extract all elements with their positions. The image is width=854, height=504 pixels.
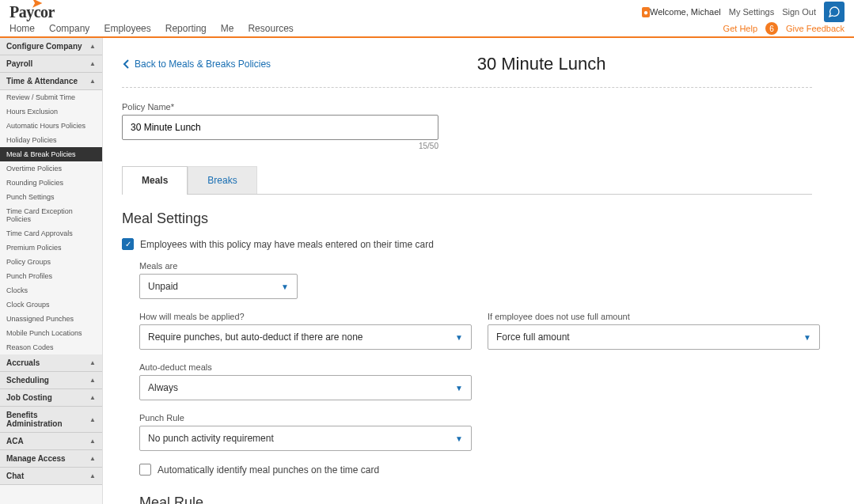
char-count: 15/50: [122, 142, 438, 150]
nav-item-me[interactable]: Me: [221, 23, 234, 34]
sidebar-item-reason-codes[interactable]: Reason Codes: [0, 340, 102, 354]
back-link-text: Back to Meals & Breaks Policies: [135, 59, 271, 70]
sidebar-item-review-submit-time[interactable]: Review / Submit Time: [0, 90, 102, 104]
policy-name-input[interactable]: [122, 115, 438, 140]
give-feedback-link[interactable]: Give Feedback: [786, 24, 845, 33]
back-link[interactable]: Back to Meals & Breaks Policies: [122, 59, 271, 70]
nav-item-resources[interactable]: Resources: [248, 23, 293, 34]
my-settings-link[interactable]: My Settings: [729, 7, 774, 17]
sidebar-section-job-costing[interactable]: Job Costing▲: [0, 389, 102, 407]
meals-are-value: Unpaid: [148, 281, 178, 292]
sidebar-section-label: Chat: [6, 472, 24, 480]
caret-icon: ▲: [89, 60, 96, 67]
auto-identify-checkbox[interactable]: [139, 464, 151, 476]
sidebar-item-automatic-hours-policies[interactable]: Automatic Hours Policies: [0, 119, 102, 133]
sidebar-section-label: Benefits Administration: [6, 411, 89, 428]
nav-item-home[interactable]: Home: [9, 23, 35, 34]
sidebar-item-unassigned-punches[interactable]: Unassigned Punches: [0, 312, 102, 326]
caret-icon: ▲: [89, 78, 96, 85]
nav-item-company[interactable]: Company: [49, 23, 89, 34]
sidebar-item-punch-profiles[interactable]: Punch Profiles: [0, 269, 102, 283]
welcome-text: Welcome,: [650, 7, 689, 17]
meals-are-label: Meals are: [139, 261, 812, 271]
sidebar-item-holiday-policies[interactable]: Holiday Policies: [0, 133, 102, 147]
auto-identify-row: Automatically identify meal punches on t…: [139, 464, 812, 476]
punch-rule-dropdown[interactable]: No punch activity requirement ▼: [139, 426, 472, 451]
tabs: MealsBreaks: [122, 166, 812, 195]
if-not-full-col: If employee does not use full amount For…: [488, 312, 820, 350]
punch-rule-value: No punch activity requirement: [148, 433, 274, 444]
help-count-badge[interactable]: 6: [765, 22, 778, 35]
how-applied-value: Require punches, but auto-deduct if ther…: [148, 332, 363, 343]
sidebar-item-mobile-punch-locations[interactable]: Mobile Punch Locations: [0, 326, 102, 340]
sidebar-section-benefits-administration[interactable]: Benefits Administration▲: [0, 407, 102, 433]
chevron-down-icon: ▼: [455, 384, 463, 392]
sidebar-item-clocks[interactable]: Clocks: [0, 283, 102, 297]
how-applied-dropdown[interactable]: Require punches, but auto-deduct if ther…: [139, 324, 472, 350]
meals-enabled-row: ✓ Employees with this policy may have me…: [122, 238, 812, 250]
punch-rule-group: Punch Rule No punch activity requirement…: [139, 413, 812, 451]
welcome-area: ●Welcome, Michael: [642, 7, 721, 17]
sidebar-section-aca[interactable]: ACA▲: [0, 433, 102, 450]
if-not-full-label: If employee does not use full amount: [488, 312, 820, 321]
sidebar-section-label: Accruals: [6, 358, 40, 367]
sidebar-item-meal-break-policies[interactable]: Meal & Break Policies: [0, 147, 102, 161]
sidebar-item-time-card-approvals[interactable]: Time Card Approvals: [0, 226, 102, 241]
caret-icon: ▲: [89, 394, 96, 401]
sidebar-section-chat[interactable]: Chat▲: [0, 468, 102, 485]
sidebar-section-payroll[interactable]: Payroll▲: [0, 55, 102, 73]
logo[interactable]: ➤ Paycor: [9, 3, 55, 21]
nav-item-employees[interactable]: Employees: [104, 23, 150, 34]
content: Back to Meals & Breaks Policies 30 Minut…: [103, 38, 831, 504]
sidebar-section-label: Configure Company: [6, 42, 82, 51]
if-not-full-dropdown[interactable]: Force full amount ▼: [488, 324, 820, 350]
nav-item-reporting[interactable]: Reporting: [165, 23, 207, 34]
how-applied-col: How will meals be applied? Require punch…: [139, 312, 472, 350]
sidebar-section-manage-access[interactable]: Manage Access▲: [0, 450, 102, 468]
sidebar-item-hours-exclusion[interactable]: Hours Exclusion: [0, 104, 102, 119]
caret-icon: ▲: [89, 416, 96, 423]
sidebar-section-label: Payroll: [6, 59, 32, 68]
sidebar-item-overtime-policies[interactable]: Overtime Policies: [0, 161, 102, 176]
nav-left: HomeCompanyEmployeesReportingMeResources: [9, 23, 294, 34]
sidebar-section-label: ACA: [6, 437, 24, 445]
tab-breaks[interactable]: Breaks: [188, 166, 256, 194]
apply-row: How will meals be applied? Require punch…: [139, 312, 812, 350]
sidebar-section-label: Manage Access: [6, 454, 66, 463]
meals-enabled-label: Employees with this policy may have meal…: [140, 239, 434, 250]
meals-enabled-checkbox[interactable]: ✓: [122, 238, 134, 250]
auto-identify-label: Automatically identify meal punches on t…: [158, 464, 379, 476]
sidebar-item-clock-groups[interactable]: Clock Groups: [0, 297, 102, 312]
punch-rule-label: Punch Rule: [139, 413, 812, 423]
sidebar-section-accruals[interactable]: Accruals▲: [0, 354, 102, 372]
sidebar-section-scheduling[interactable]: Scheduling▲: [0, 372, 102, 389]
meal-form: Meals are Unpaid ▼ How will meals be app…: [139, 261, 812, 504]
sidebar-section-configure-company[interactable]: Configure Company▲: [0, 38, 102, 55]
caret-icon: ▲: [89, 377, 96, 384]
sidebar-section-time-attendance[interactable]: Time & Attendance▲: [0, 73, 102, 90]
sidebar-item-punch-settings[interactable]: Punch Settings: [0, 190, 102, 204]
nav-right: Get Help 6 Give Feedback: [723, 22, 845, 35]
get-help-link[interactable]: Get Help: [723, 24, 757, 33]
meals-are-dropdown[interactable]: Unpaid ▼: [139, 274, 298, 299]
top-header: ➤ Paycor ●Welcome, Michael My Settings S…: [0, 0, 854, 21]
sidebar-item-policy-groups[interactable]: Policy Groups: [0, 255, 102, 269]
caret-icon: ▲: [89, 359, 96, 366]
sidebar-item-rounding-policies[interactable]: Rounding Policies: [0, 176, 102, 190]
auto-deduct-dropdown[interactable]: Always ▼: [139, 375, 472, 400]
tab-meals[interactable]: Meals: [122, 166, 188, 195]
sign-out-link[interactable]: Sign Out: [782, 7, 816, 17]
divider: [122, 87, 812, 88]
sidebar-item-premium-policies[interactable]: Premium Policies: [0, 241, 102, 255]
caret-icon: ▲: [89, 43, 96, 50]
user-badge-icon: ●: [642, 7, 650, 17]
chat-icon[interactable]: [824, 2, 845, 22]
chevron-down-icon: ▼: [803, 333, 811, 342]
caret-icon: ▲: [89, 472, 96, 479]
policy-name-label: Policy Name*: [122, 102, 812, 112]
auto-deduct-group: Auto-deduct meals Always ▼: [139, 362, 812, 400]
how-applied-label: How will meals be applied?: [139, 312, 472, 321]
sidebar-section-label: Time & Attendance: [6, 77, 78, 85]
sidebar-item-time-card-exception-policies[interactable]: Time Card Exception Policies: [0, 204, 102, 226]
chevron-down-icon: ▼: [455, 434, 463, 443]
